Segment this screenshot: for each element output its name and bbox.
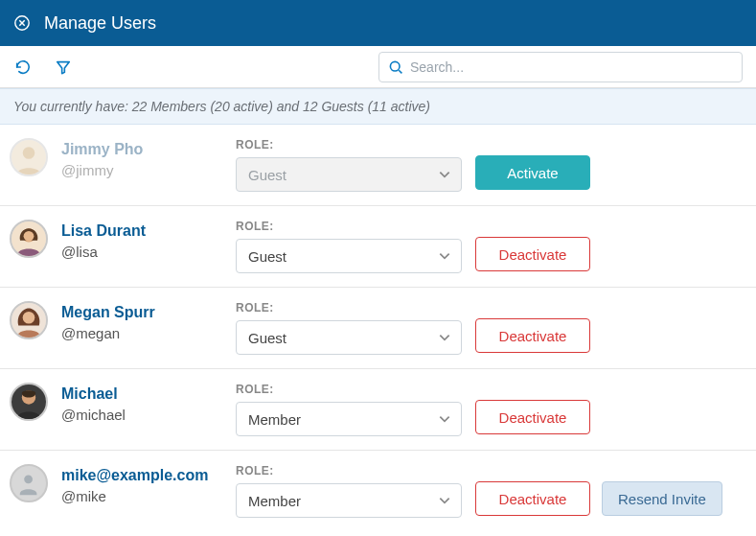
chevron-down-icon bbox=[438, 249, 451, 263]
user-name[interactable]: mike@example.com bbox=[61, 466, 222, 486]
search-icon bbox=[388, 59, 403, 75]
user-handle: @megan bbox=[61, 323, 222, 343]
avatar bbox=[10, 220, 48, 258]
chevron-down-icon bbox=[438, 412, 451, 426]
search-field bbox=[378, 52, 743, 82]
summary-bar: You currently have: 22 Members (20 activ… bbox=[0, 88, 756, 125]
svg-point-14 bbox=[25, 476, 34, 484]
user-name[interactable]: Michael bbox=[61, 385, 222, 405]
role-select[interactable]: Guest bbox=[236, 239, 462, 273]
role-value: Guest bbox=[248, 330, 286, 346]
role-select: Guest bbox=[236, 157, 462, 192]
user-name[interactable]: Jimmy Pho bbox=[61, 140, 222, 160]
svg-point-3 bbox=[390, 61, 400, 71]
avatar bbox=[10, 301, 48, 339]
user-name[interactable]: Megan Spurr bbox=[61, 303, 222, 323]
chevron-down-icon bbox=[438, 331, 451, 344]
role-value: Member bbox=[248, 411, 301, 428]
role-select[interactable]: Guest bbox=[236, 320, 462, 355]
page-title: Manage Users bbox=[44, 13, 156, 34]
svg-line-4 bbox=[399, 70, 401, 73]
avatar bbox=[10, 464, 48, 502]
filter-icon[interactable] bbox=[54, 58, 73, 77]
svg-point-6 bbox=[23, 147, 35, 159]
role-value: Guest bbox=[248, 248, 286, 265]
role-value: Guest bbox=[248, 167, 286, 183]
role-value: Member bbox=[248, 493, 301, 509]
svg-point-9 bbox=[24, 231, 34, 242]
svg-point-11 bbox=[23, 312, 35, 324]
avatar bbox=[10, 138, 48, 176]
activate-button[interactable]: Activate bbox=[475, 155, 590, 190]
role-label: ROLE: bbox=[236, 383, 462, 396]
role-label: ROLE: bbox=[236, 220, 462, 233]
refresh-icon[interactable] bbox=[13, 58, 33, 77]
avatar bbox=[10, 383, 48, 421]
toolbar bbox=[0, 46, 756, 88]
close-icon[interactable] bbox=[13, 14, 31, 32]
user-row: Megan Spurr @megan ROLE: Guest Deactivat… bbox=[0, 288, 756, 369]
deactivate-button[interactable]: Deactivate bbox=[475, 237, 590, 271]
user-handle: @jimmy bbox=[61, 160, 222, 180]
user-row: mike@example.com @mike ROLE: Member Deac… bbox=[0, 451, 756, 531]
chevron-down-icon bbox=[438, 494, 451, 507]
role-select[interactable]: Member bbox=[236, 483, 462, 518]
role-select[interactable]: Member bbox=[236, 402, 462, 436]
user-handle: @michael bbox=[61, 405, 222, 425]
deactivate-button[interactable]: Deactivate bbox=[475, 400, 590, 434]
user-name[interactable]: Lisa Durant bbox=[61, 221, 222, 242]
user-handle: @lisa bbox=[61, 242, 222, 262]
user-row: Jimmy Pho @jimmy ROLE: Guest Activate bbox=[0, 125, 756, 206]
resend-invite-button[interactable]: Resend Invite bbox=[602, 481, 722, 516]
deactivate-button[interactable]: Deactivate bbox=[475, 481, 590, 516]
role-label: ROLE: bbox=[236, 464, 462, 478]
user-handle: @mike bbox=[61, 486, 222, 506]
deactivate-button[interactable]: Deactivate bbox=[475, 318, 590, 353]
role-label: ROLE: bbox=[236, 138, 462, 151]
user-row: Lisa Durant @lisa ROLE: Guest Deactivate bbox=[0, 206, 756, 288]
user-list: Jimmy Pho @jimmy ROLE: Guest Activate bbox=[0, 125, 756, 531]
chevron-down-icon bbox=[438, 168, 451, 181]
search-input[interactable] bbox=[378, 52, 743, 82]
user-row: Michael @michael ROLE: Member Deactivate bbox=[0, 369, 756, 451]
role-label: ROLE: bbox=[236, 301, 462, 315]
header-bar: Manage Users bbox=[0, 0, 756, 46]
